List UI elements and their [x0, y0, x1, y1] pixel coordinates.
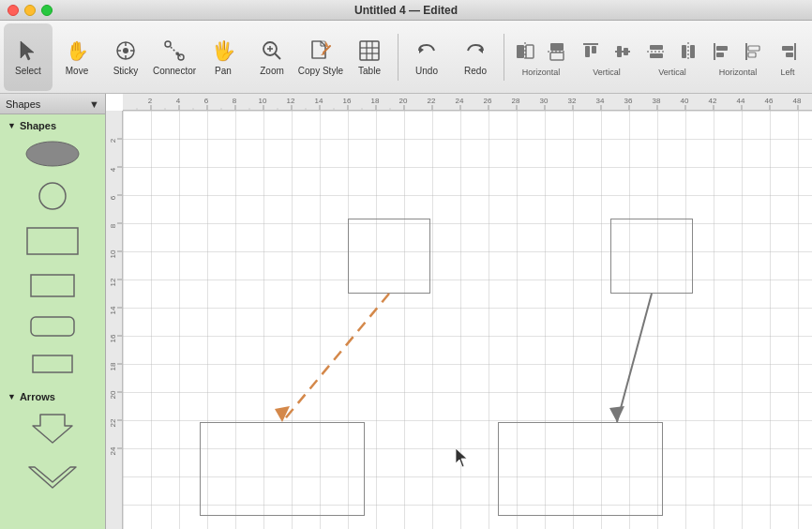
- canvas-rect-3[interactable]: [200, 422, 365, 516]
- svg-rect-52: [782, 46, 793, 51]
- align-vertical-group: Vertical: [576, 37, 638, 77]
- svg-point-55: [39, 183, 66, 209]
- close-button[interactable]: [8, 5, 19, 16]
- align-distribute-group: Vertical: [641, 37, 703, 77]
- move-tool[interactable]: ✋ Move: [53, 23, 101, 91]
- pan-icon: 🖐: [210, 38, 236, 64]
- undo-button[interactable]: Undo: [402, 23, 451, 91]
- svg-text:18: 18: [109, 362, 117, 370]
- canvas-area[interactable]: 2 4 6 8 10 12 14 16 18: [106, 94, 812, 529]
- align-left-button[interactable]: [707, 37, 737, 67]
- align-right-button[interactable]: [739, 37, 769, 67]
- sticky-tool[interactable]: Sticky: [101, 23, 150, 91]
- svg-text:28: 28: [512, 97, 520, 105]
- shape-circle-outline[interactable]: [0, 175, 105, 218]
- distribute-vertical-button[interactable]: [641, 37, 671, 67]
- zoom-tool[interactable]: Zoom: [248, 23, 296, 91]
- svg-rect-56: [27, 228, 78, 254]
- sidebar-header: Shapes ▼: [0, 94, 105, 114]
- window-title: Untitled 4 — Edited: [354, 4, 458, 17]
- flip-vertical-icon: [544, 38, 570, 65]
- minimize-button[interactable]: [24, 5, 36, 16]
- shape-rect-small[interactable]: [0, 264, 105, 307]
- align-top-icon: [578, 38, 604, 65]
- distribute-horizontal-button[interactable]: [673, 37, 703, 67]
- align-last-button[interactable]: [773, 37, 803, 67]
- align-left-icon: [709, 38, 735, 65]
- svg-rect-20: [360, 41, 379, 60]
- pan-tool[interactable]: 🖐 Pan: [199, 23, 248, 91]
- flip-horizontal-button[interactable]: [510, 37, 540, 67]
- svg-rect-121: [106, 111, 123, 529]
- svg-rect-49: [748, 46, 759, 51]
- canvas-rect-1[interactable]: [348, 219, 430, 294]
- align-horizontal-group: Horizontal: [510, 37, 572, 77]
- select-icon: [15, 38, 41, 64]
- chevron-down-icon: [20, 458, 85, 493]
- shapes-section: ▼ Shapes: [0, 114, 105, 385]
- move-icon: ✋: [64, 38, 90, 64]
- shape-arrow-down[interactable]: [0, 404, 105, 453]
- table-tool[interactable]: Table: [345, 23, 394, 91]
- copystyle-tool[interactable]: Copy Style: [296, 23, 345, 91]
- rect-rounded-icon: [20, 311, 85, 341]
- svg-rect-47: [716, 53, 724, 57]
- svg-rect-31: [550, 53, 564, 60]
- svg-marker-25: [419, 47, 424, 53]
- solid-arrow-head: [609, 406, 624, 422]
- svg-text:36: 36: [624, 97, 633, 105]
- canvas-rect-4[interactable]: [498, 422, 663, 516]
- connector-tool[interactable]: Connector: [150, 23, 199, 91]
- arrow-down-icon: [20, 409, 85, 448]
- svg-text:26: 26: [484, 97, 492, 105]
- svg-rect-37: [617, 46, 622, 57]
- undo-icon: [414, 38, 440, 64]
- cursor-pointer: [456, 448, 471, 463]
- redo-button[interactable]: Redo: [451, 23, 500, 91]
- svg-text:20: 20: [109, 390, 117, 399]
- align-horizontal-label: Horizontal: [522, 68, 561, 77]
- svg-text:12: 12: [109, 278, 117, 286]
- shape-oval-filled[interactable]: [0, 133, 105, 175]
- arrows-section-toggle[interactable]: ▼ Arrows: [0, 389, 105, 404]
- toolbar: Select ✋ Move Sticky Connector: [0, 21, 812, 94]
- canvas-rect-2[interactable]: [610, 219, 693, 294]
- svg-rect-43: [690, 45, 695, 58]
- align-vertical-label: Vertical: [593, 68, 621, 77]
- select-tool[interactable]: Select: [4, 23, 53, 91]
- svg-text:40: 40: [681, 97, 689, 105]
- dashed-arrow-head: [275, 406, 290, 422]
- sidebar: Shapes ▼ ▼ Shapes: [0, 94, 106, 529]
- distribute-h-icon: [675, 38, 701, 65]
- shapes-section-toggle[interactable]: ▼ Shapes: [0, 118, 105, 133]
- sidebar-dropdown-button[interactable]: ▼: [89, 98, 99, 110]
- align-edge-group: Horizontal: [707, 37, 769, 77]
- shape-chevron-down[interactable]: [0, 453, 105, 498]
- svg-text:18: 18: [371, 97, 380, 105]
- align-edge-label: Horizontal: [719, 68, 758, 77]
- canvas[interactable]: [123, 111, 812, 529]
- svg-marker-60: [33, 415, 72, 443]
- svg-text:12: 12: [287, 97, 295, 105]
- svg-text:44: 44: [737, 97, 745, 105]
- align-vertical-top-button[interactable]: [576, 37, 606, 67]
- svg-text:8: 8: [233, 97, 237, 105]
- align-vertical-center-button[interactable]: [608, 37, 638, 67]
- shape-rect-small2[interactable]: [0, 346, 105, 382]
- flip-vertical-button[interactable]: [542, 37, 572, 67]
- svg-point-8: [165, 41, 171, 47]
- svg-marker-26: [478, 47, 483, 53]
- traffic-lights: [8, 5, 53, 16]
- zoom-icon: [259, 38, 285, 64]
- shape-rect-rounded[interactable]: [0, 307, 105, 346]
- maximize-button[interactable]: [41, 5, 53, 16]
- main-area: Shapes ▼ ▼ Shapes: [0, 94, 812, 529]
- svg-line-14: [275, 53, 280, 59]
- svg-point-3: [123, 48, 128, 53]
- svg-rect-53: [786, 53, 793, 57]
- distribute-v-icon: [643, 38, 669, 65]
- shape-rect-outline[interactable]: [0, 218, 105, 264]
- connector-icon: [161, 38, 188, 64]
- sticky-icon: [113, 38, 139, 64]
- align-vcenter-icon: [609, 38, 636, 65]
